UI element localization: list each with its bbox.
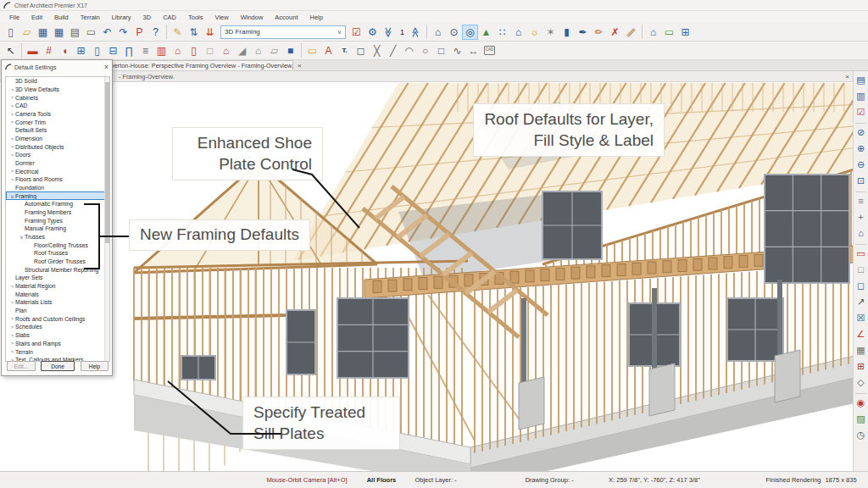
roof-plane-icon[interactable]: ◢: [234, 43, 250, 58]
tree-collapsed-icon[interactable]: >: [9, 112, 15, 117]
tree-item-dormer[interactable]: Dormer: [6, 159, 109, 168]
floor-down-icon[interactable]: ≫: [381, 25, 397, 40]
plan-find-icon[interactable]: ◻: [854, 279, 868, 293]
saved-plan-view-select[interactable]: 3D Framing∨: [220, 25, 346, 39]
tree-item-roof-trusses[interactable]: Roof Trusses: [6, 249, 109, 258]
tree-collapsed-icon[interactable]: >: [9, 333, 15, 338]
tree-collapsed-icon[interactable]: >: [9, 177, 15, 182]
polyline-icon[interactable]: ◇: [854, 375, 868, 390]
furnishing-icon[interactable]: ▯: [186, 43, 202, 58]
tree-item-3d-view-defaults[interactable]: >3D View Defaults: [6, 86, 109, 94]
tree-item-foundation[interactable]: Foundation: [6, 184, 109, 192]
wall-icon[interactable]: ▬: [25, 43, 41, 58]
tree-collapsed-icon[interactable]: >: [9, 87, 15, 92]
tree-item-default-sets[interactable]: Default Sets: [6, 126, 109, 135]
menu-library[interactable]: Library: [106, 14, 137, 21]
tree-collapsed-icon[interactable]: >: [9, 144, 15, 149]
tree-item-roof-girder-trusses[interactable]: Roof Girder Trusses: [6, 258, 109, 266]
floor-number[interactable]: 1: [397, 28, 408, 36]
export-icon[interactable]: ⇊: [202, 25, 218, 40]
open-icon[interactable]: ▱: [19, 25, 35, 40]
tree-item-structural-member-reporting[interactable]: Structural Member Reporting: [6, 265, 109, 274]
tree-item-cad[interactable]: >CAD: [6, 102, 109, 110]
callout-icon[interactable]: ◻: [353, 43, 369, 58]
walkthrough-icon[interactable]: ∷: [494, 25, 510, 40]
menu-view[interactable]: View: [209, 14, 235, 21]
tree-item-framing[interactable]: ∨Framing: [6, 191, 109, 200]
zoom-out-icon[interactable]: ⊖: [854, 158, 868, 172]
layout-page-icon[interactable]: P: [131, 25, 147, 40]
marker-icon[interactable]: ╳: [369, 43, 385, 58]
camera-defaults-icon[interactable]: ⌂: [854, 226, 868, 241]
save-as-icon[interactable]: ▦: [51, 25, 67, 40]
door-icon[interactable]: ▯: [89, 43, 105, 58]
tree-collapsed-icon[interactable]: >: [9, 300, 15, 305]
tree-item-corner-trim[interactable]: >Corner Trim: [6, 118, 109, 126]
circle-icon[interactable]: ○: [417, 43, 433, 58]
doorway-icon[interactable]: ∏: [121, 43, 137, 58]
exterior-fixture-icon[interactable]: ⌂: [218, 43, 234, 58]
tree-item-plan[interactable]: Plan: [6, 307, 109, 315]
wrench-icon[interactable]: ⚙: [364, 25, 381, 40]
blend-colors-icon[interactable]: ∥: [623, 25, 639, 40]
auto-roof-icon[interactable]: ⌂: [250, 43, 266, 58]
spray-icon[interactable]: ▮: [559, 25, 575, 40]
layout-box-icon[interactable]: ⊞: [677, 25, 693, 40]
render-scene-icon[interactable]: ▲: [478, 25, 494, 40]
tree-item-floor-ceiling-trusses[interactable]: Floor/Ceiling Trusses: [6, 241, 109, 249]
tape-measure2-icon[interactable]: ▭: [854, 247, 868, 261]
menu-help[interactable]: Help: [303, 14, 328, 21]
eyedropper-icon[interactable]: ✒: [575, 25, 591, 40]
railing-icon[interactable]: #: [41, 43, 57, 58]
tab-close-icon[interactable]: ×: [298, 62, 302, 69]
bay-window-icon[interactable]: ◖: [57, 43, 73, 58]
redo-icon[interactable]: ↷: [115, 25, 131, 40]
tree-collapsed-icon[interactable]: >: [9, 349, 15, 354]
tree-item-terrain[interactable]: >Terrain: [6, 347, 109, 356]
tree-item-framing-types[interactable]: Framing Types: [6, 216, 109, 225]
delete-x-icon[interactable]: ☒: [854, 311, 868, 325]
stairs-icon[interactable]: ≡: [137, 43, 153, 58]
help-button[interactable]: Help: [81, 361, 108, 371]
sliding-door-icon[interactable]: ⊟: [105, 43, 121, 58]
new-icon[interactable]: ▯: [3, 25, 19, 40]
tree-collapsed-icon[interactable]: >: [9, 136, 15, 141]
tree-item-schedules[interactable]: >Schedules: [6, 323, 109, 331]
print-icon[interactable]: ▤: [67, 25, 83, 40]
camera-icon[interactable]: ⊙: [446, 25, 462, 40]
tree-expanded-icon[interactable]: ∨: [19, 234, 25, 240]
tree-collapsed-icon[interactable]: >: [9, 316, 15, 321]
zoom-in-icon[interactable]: ⊕: [854, 141, 868, 156]
axes-icon[interactable]: ∠: [854, 327, 868, 341]
rich-text-icon[interactable]: A: [320, 43, 337, 58]
dialog-title-bar[interactable]: Default Settings ×: [2, 60, 112, 74]
tree-item-cabinets[interactable]: >Cabinets: [6, 93, 109, 102]
tree-collapsed-icon[interactable]: >: [9, 169, 15, 174]
tree-item-distributed-objects[interactable]: >Distributed Objects: [6, 142, 109, 151]
help-icon[interactable]: ?: [147, 25, 164, 40]
edit-button[interactable]: Edit...: [7, 361, 36, 371]
floor-up-icon[interactable]: ≪: [408, 25, 424, 40]
tree-item-materials[interactable]: Materials: [6, 290, 109, 298]
tree-collapsed-icon[interactable]: >: [9, 152, 15, 158]
done-button[interactable]: Done: [41, 361, 75, 371]
spline-icon[interactable]: ∿: [449, 43, 465, 58]
select-zoom-icon[interactable]: ⊘: [854, 125, 868, 140]
record-walkthrough-icon[interactable]: ◉: [854, 396, 868, 410]
watermark-icon[interactable]: ▨: [854, 412, 868, 426]
snap-grid-icon[interactable]: ⊞: [854, 359, 868, 374]
menu-file[interactable]: File: [3, 14, 25, 21]
tree-collapsed-icon[interactable]: >: [9, 324, 15, 330]
tree-item-slabs[interactable]: >Slabs: [6, 331, 109, 340]
tree-scrollbar-thumb[interactable]: [105, 82, 109, 243]
grid-icon[interactable]: ▦: [854, 343, 868, 358]
menu-window[interactable]: Window: [235, 14, 270, 21]
menu-build[interactable]: Build: [48, 14, 75, 21]
active-defaults-icon[interactable]: ☑: [348, 25, 364, 40]
screen-capture-icon[interactable]: ▭: [83, 25, 99, 40]
menu-cad[interactable]: CAD: [157, 14, 182, 21]
ceiling-plane-icon[interactable]: ▱: [266, 43, 282, 58]
line-icon[interactable]: ╱: [385, 43, 401, 58]
tree-item-framing-members[interactable]: Framing Members: [6, 208, 109, 217]
library-browser-icon[interactable]: ▤: [854, 73, 868, 87]
